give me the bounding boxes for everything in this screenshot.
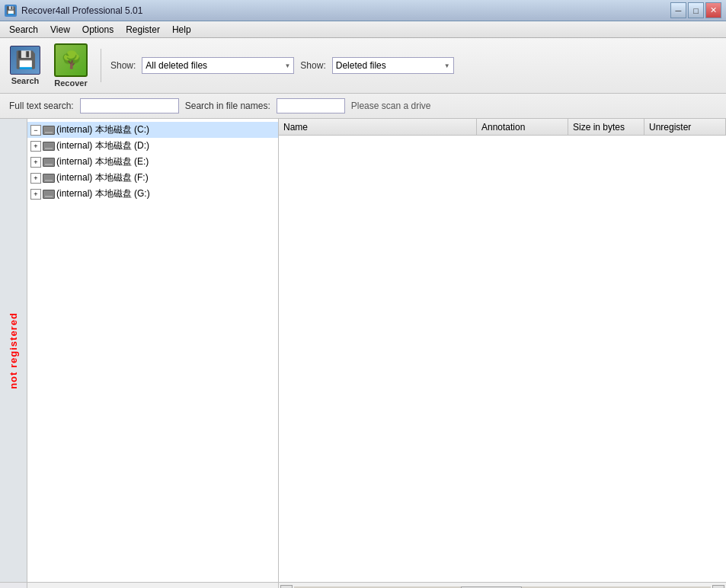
horizontal-scrollbar[interactable]: ◀ ▶ xyxy=(0,582,726,588)
tree-item-label: (internal) 本地磁盘 (D:) xyxy=(56,139,149,152)
expand-icon[interactable]: − xyxy=(30,125,41,136)
menu-view[interactable]: View xyxy=(44,21,76,37)
minimize-button[interactable]: ─ xyxy=(670,2,686,18)
search-button-label: Search xyxy=(11,76,40,85)
file-names-label: Search in file names: xyxy=(185,101,270,111)
menu-options[interactable]: Options xyxy=(76,21,120,37)
show2-label: Show: xyxy=(300,60,325,71)
scroll-right-button[interactable]: ▶ xyxy=(712,585,724,589)
searchbar: Full text search: Search in file names: … xyxy=(0,94,726,119)
show2-dropdown[interactable]: Deleted files ▼ xyxy=(332,57,454,74)
recover-button-label: Recover xyxy=(54,78,87,88)
tree-item-label: (internal) 本地磁盘 (F:) xyxy=(56,171,149,184)
menu-search[interactable]: Search xyxy=(3,21,44,37)
show1-label: Show: xyxy=(110,60,136,71)
recover-toolbar-button[interactable]: 🌳 Recover xyxy=(50,41,91,90)
drive-icon xyxy=(43,126,55,135)
scroll-left-button[interactable]: ◀ xyxy=(280,585,293,589)
col-header-unregister[interactable]: Unregister xyxy=(644,119,726,135)
titlebar-controls: ─ □ ✕ xyxy=(670,2,721,18)
show2-arrow-icon: ▼ xyxy=(444,62,450,69)
show1-dropdown[interactable]: All deleted files ▼ xyxy=(142,57,294,74)
drive-icon xyxy=(43,174,55,183)
toolbar-separator xyxy=(101,49,101,82)
search-toolbar-button[interactable]: Search xyxy=(6,43,44,88)
drive-icon xyxy=(43,158,55,167)
show1-arrow-icon: ▼ xyxy=(284,62,290,69)
show1-value: All deleted files xyxy=(146,60,207,71)
scroll-left-spacer xyxy=(0,583,27,588)
expand-icon[interactable]: + xyxy=(30,173,41,184)
file-names-input[interactable] xyxy=(277,98,345,113)
app-icon: 💾 xyxy=(5,5,17,17)
titlebar: 💾 Recover4all Professional 5.01 ─ □ ✕ xyxy=(0,0,726,21)
menu-register[interactable]: Register xyxy=(120,21,166,37)
maximize-button[interactable]: □ xyxy=(688,2,704,18)
expand-icon[interactable]: + xyxy=(30,157,41,168)
full-text-label: Full text search: xyxy=(9,101,74,111)
show2-value: Deleted files xyxy=(336,60,386,71)
search-icon xyxy=(10,46,40,75)
watermark-container: not registered xyxy=(0,119,27,582)
tree-panel[interactable]: −(internal) 本地磁盘 (C:)+(internal) 本地磁盘 (D… xyxy=(27,119,279,582)
tree-item[interactable]: +(internal) 本地磁盘 (G:) xyxy=(27,186,278,202)
recover-icon: 🌳 xyxy=(54,43,88,77)
tree-scroll-area xyxy=(27,583,279,588)
tree-item[interactable]: −(internal) 本地磁盘 (C:) xyxy=(27,122,278,138)
col-header-size[interactable]: Size in bytes xyxy=(568,119,644,135)
tree-item[interactable]: +(internal) 本地磁盘 (F:) xyxy=(27,170,278,186)
titlebar-left: 💾 Recover4all Professional 5.01 xyxy=(5,5,142,17)
drive-icon xyxy=(43,190,55,199)
file-list-body xyxy=(279,136,726,582)
menu-help[interactable]: Help xyxy=(166,21,197,37)
drive-icon xyxy=(43,142,55,151)
tree-item-label: (internal) 本地磁盘 (C:) xyxy=(56,123,149,136)
window-title: Recover4all Professional 5.01 xyxy=(21,5,142,16)
col-header-name[interactable]: Name xyxy=(279,119,477,135)
tree-item-label: (internal) 本地磁盘 (G:) xyxy=(56,187,150,200)
scan-message: Please scan a drive xyxy=(351,101,431,111)
close-button[interactable]: ✕ xyxy=(705,2,721,18)
file-panel: Name Annotation Size in bytes Unregister xyxy=(279,119,726,582)
full-text-input[interactable] xyxy=(80,98,179,113)
tree-item-label: (internal) 本地磁盘 (E:) xyxy=(56,155,149,168)
file-list-header: Name Annotation Size in bytes Unregister xyxy=(279,119,726,136)
col-header-annotation[interactable]: Annotation xyxy=(477,119,568,135)
tree-item[interactable]: +(internal) 本地磁盘 (D:) xyxy=(27,138,278,154)
watermark-text: not registered xyxy=(8,312,19,389)
main-content: not registered −(internal) 本地磁盘 (C:)+(in… xyxy=(0,119,726,582)
toolbar: Search 🌳 Recover Show: All deleted files… xyxy=(0,38,726,94)
expand-icon[interactable]: + xyxy=(30,189,41,200)
tree-item[interactable]: +(internal) 本地磁盘 (E:) xyxy=(27,154,278,170)
menubar: Search View Options Register Help xyxy=(0,21,726,38)
file-scroll-track-container: ◀ ▶ xyxy=(279,585,726,589)
expand-icon[interactable]: + xyxy=(30,141,41,152)
